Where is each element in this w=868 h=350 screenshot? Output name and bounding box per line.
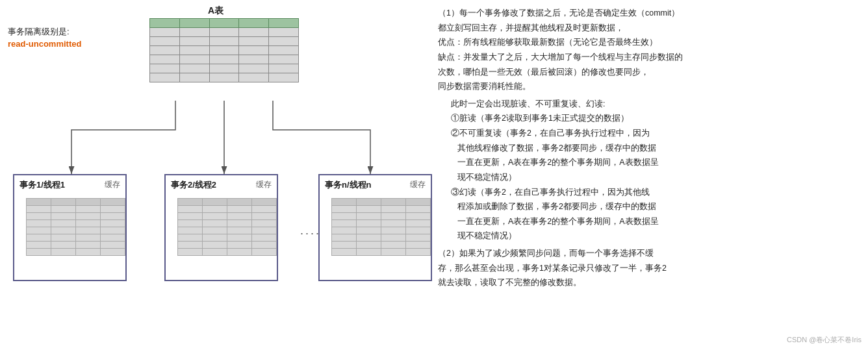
thread-label-1: 事务1/线程1 bbox=[19, 179, 65, 191]
text-para1: （1）每一个事务修改了数据之后，无论是否确定生效（commit） bbox=[438, 6, 859, 20]
text-para13: ③幻读（事务2，在自己事务执行过程中，因为其他线 bbox=[451, 186, 859, 199]
table-a-grid bbox=[149, 18, 299, 82]
text-para3: 优点：所有线程能够获取最新数据（无论它是否最终生效） bbox=[438, 36, 859, 49]
table-a-label: A表 bbox=[208, 5, 223, 17]
text-para12: 现不稳定情况） bbox=[457, 171, 859, 184]
isolation-value: read-uncommitted bbox=[8, 39, 81, 49]
watermark: CSDN @卷心菜不卷Iris bbox=[787, 335, 862, 345]
text-para15: 一直在更新，A表在事务2的整个事务期间，A表数据呈 bbox=[457, 215, 859, 229]
text-para5: 次数，哪怕是一些无效（最后被回滚）的修改也要同步， bbox=[438, 66, 859, 79]
inner-table-3 bbox=[331, 198, 431, 256]
text-para9: ②不可重复读（事务2，在自己事务执行过程中，因为 bbox=[451, 127, 859, 140]
isolation-label: 事务隔离级别是: bbox=[8, 26, 70, 38]
text-area: （1）每一个事务修改了数据之后，无论是否确定生效（commit） 都立刻写回主存… bbox=[429, 0, 868, 350]
cache-box-3: 事务n/线程n 缓存 bbox=[318, 174, 432, 281]
thread-label-3: 事务n/线程n bbox=[325, 179, 372, 191]
text-para4: 缺点：并发量大了之后，大大增加了每一个线程与主存同步数据的 bbox=[438, 51, 859, 64]
text-para8: ①脏读（事务2读取到事务1未正式提交的数据） bbox=[451, 112, 859, 125]
text-para2: 都立刻写回主存，并提醒其他线程及时更新数据， bbox=[438, 21, 859, 35]
table-a bbox=[149, 18, 299, 82]
cache-inner-label-1: 缓存 bbox=[105, 179, 120, 190]
text-para7: 此时一定会出现脏读、不可重复读、幻读: bbox=[451, 97, 859, 111]
text-para6: 同步数据需要消耗性能。 bbox=[438, 80, 859, 94]
diagram-area: 事务隔离级别是: read-uncommitted A表 事务1/线 bbox=[0, 0, 429, 350]
text-para14: 程添加或删除了数据，事务2都要同步，缓存中的数据 bbox=[457, 200, 859, 214]
thread-label-2: 事务2/线程2 bbox=[171, 179, 216, 191]
text-para10: 其他线程修改了数据，事务2都要同步，缓存中的数据 bbox=[457, 142, 859, 155]
text-para19: 就去读取，读取了不完整的修改数据。 bbox=[438, 276, 859, 290]
text-para11: 一直在更新，A表在事务2的整个事务期间，A表数据呈 bbox=[457, 156, 859, 169]
cache-inner-label-3: 缓存 bbox=[410, 179, 426, 190]
cache-inner-label-2: 缓存 bbox=[256, 179, 272, 190]
cache-box-1: 事务1/线程1 缓存 bbox=[13, 174, 127, 281]
cache-box-2: 事务2/线程2 缓存 bbox=[164, 174, 278, 281]
inner-table-2 bbox=[177, 198, 277, 256]
text-para17: （2）如果为了减少频繁同步问题，而每一个事务选择不缓 bbox=[438, 247, 859, 260]
inner-table-1 bbox=[26, 198, 125, 256]
text-para16: 现不稳定情况） bbox=[457, 229, 859, 243]
text-para18: 存，那么甚至会出现，事务1对某条记录只修改了一半，事务2 bbox=[438, 262, 859, 275]
